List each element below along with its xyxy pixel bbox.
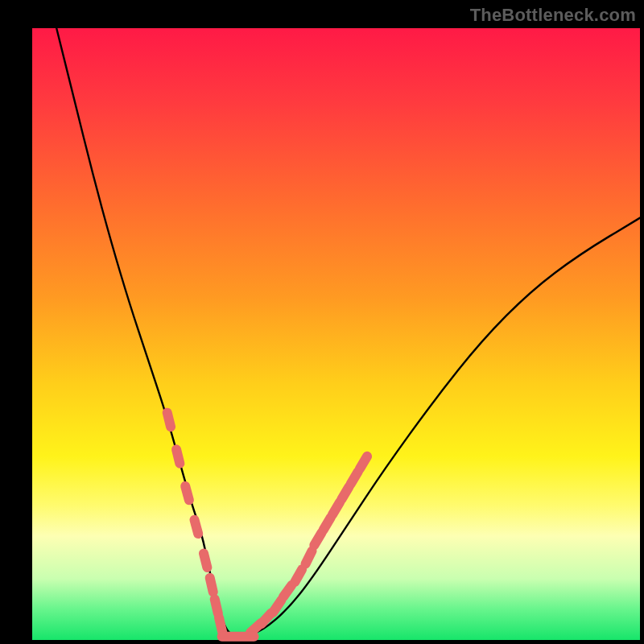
dash-marker (176, 449, 180, 463)
dash-marker (324, 518, 331, 530)
dash-marker (306, 551, 312, 564)
dash-marker (210, 578, 213, 592)
dash-marker (195, 520, 199, 534)
dash-marker (283, 585, 291, 597)
dash-marker (204, 553, 207, 567)
dash-marker (332, 502, 340, 514)
dash-marker (215, 599, 218, 613)
chart-stage: TheBottleneck.com (0, 0, 644, 644)
dash-marker (351, 472, 358, 484)
dash-marker (167, 413, 171, 427)
watermark-text: TheBottleneck.com (470, 5, 636, 26)
dash-marker (314, 533, 321, 545)
dash-marker (185, 486, 189, 500)
dash-marker (341, 487, 349, 499)
dash-marker (273, 601, 281, 613)
dash-marker (219, 617, 222, 632)
gradient-area (32, 28, 640, 640)
bottleneck-chart (0, 0, 644, 644)
dash-marker (360, 456, 367, 469)
dash-marker (295, 569, 302, 582)
